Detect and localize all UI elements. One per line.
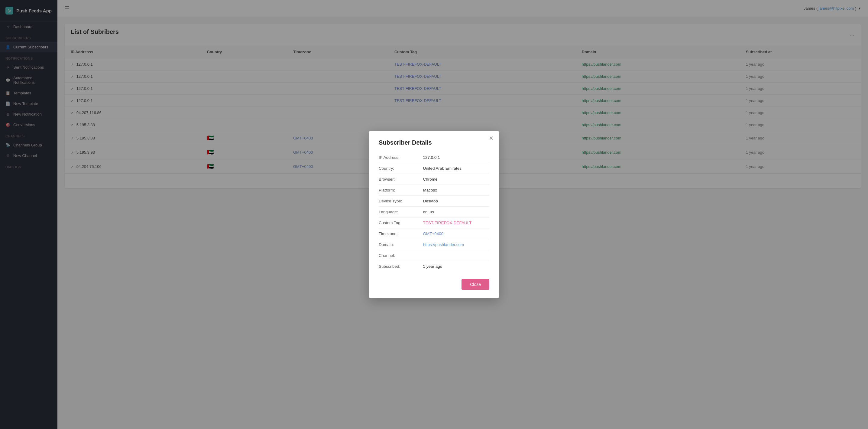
modal-overlay[interactable]: Subscriber Details ✕ IP Address: 127.0.0…	[0, 0, 868, 429]
modal-field-label: Device Type:	[379, 196, 423, 207]
modal-field-label: Platform:	[379, 185, 423, 196]
modal-close-button[interactable]: ✕	[489, 136, 494, 141]
close-modal-button[interactable]: Close	[462, 279, 489, 290]
modal-field-label: Custom Tag:	[379, 218, 423, 228]
modal-field-label: Country:	[379, 163, 423, 174]
modal-field-label: Domain:	[379, 239, 423, 250]
modal-field-value: TEST-FIREFOX-DEFAULT	[423, 218, 489, 228]
modal-field-value: Chrome	[423, 174, 489, 185]
modal-field-value: 127.0.0.1	[423, 152, 489, 163]
modal-field-value: en_us	[423, 207, 489, 218]
modal-details-table: IP Address: 127.0.0.1 Country: United Ar…	[379, 152, 489, 272]
modal-field-value	[423, 250, 489, 261]
modal-field-label: Timezone:	[379, 228, 423, 239]
modal-footer: Close	[379, 279, 489, 290]
modal-field-value: Desktop	[423, 196, 489, 207]
modal-field-value: https://pushlander.com	[423, 239, 489, 250]
subscriber-details-modal: Subscriber Details ✕ IP Address: 127.0.0…	[369, 131, 499, 298]
modal-field-value: Macosx	[423, 185, 489, 196]
modal-field-label: Channel:	[379, 250, 423, 261]
modal-field-value: GMT+0400	[423, 228, 489, 239]
modal-title: Subscriber Details	[379, 139, 489, 146]
modal-field-label: Subscribed:	[379, 261, 423, 272]
modal-field-value: United Arab Emirates	[423, 163, 489, 174]
modal-field-value: 1 year ago	[423, 261, 489, 272]
modal-field-label: IP Address:	[379, 152, 423, 163]
modal-field-label: Language:	[379, 207, 423, 218]
modal-field-label: Browser:	[379, 174, 423, 185]
